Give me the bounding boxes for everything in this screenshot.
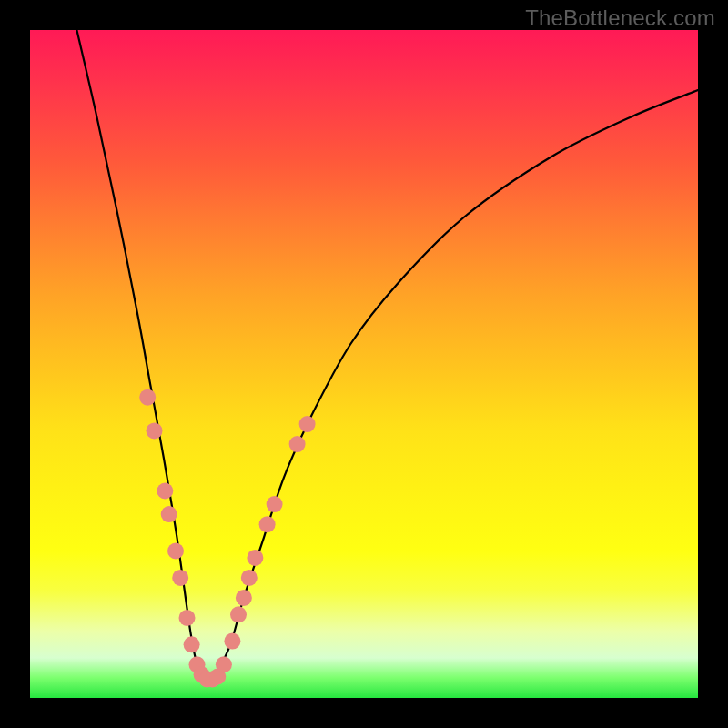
- data-point-marker: [161, 506, 177, 522]
- data-point-marker: [247, 550, 263, 566]
- data-point-marker: [147, 422, 163, 439]
- data-point-marker: [230, 606, 247, 622]
- plot-area: [30, 30, 698, 698]
- watermark-text: TheBottleneck.com: [525, 5, 715, 31]
- data-point-marker: [157, 483, 173, 500]
- data-point-marker: [299, 416, 316, 432]
- data-point-marker: [241, 570, 258, 586]
- data-point-marker: [216, 656, 232, 672]
- chart-frame: TheBottleneck.com: [0, 0, 728, 728]
- data-point-marker: [289, 436, 306, 452]
- data-point-marker: [179, 610, 196, 626]
- bottleneck-curve: [76, 30, 698, 679]
- data-point-marker: [184, 636, 200, 652]
- data-point-marker: [167, 543, 184, 560]
- data-point-marker: [224, 633, 240, 650]
- data-point-marker: [139, 389, 156, 406]
- data-point-marker: [172, 570, 188, 586]
- highlighted-points-group: [139, 389, 315, 688]
- data-point-marker: [236, 590, 252, 606]
- data-point-marker: [267, 496, 283, 512]
- data-point-marker: [259, 516, 276, 532]
- chart-svg: [30, 30, 698, 698]
